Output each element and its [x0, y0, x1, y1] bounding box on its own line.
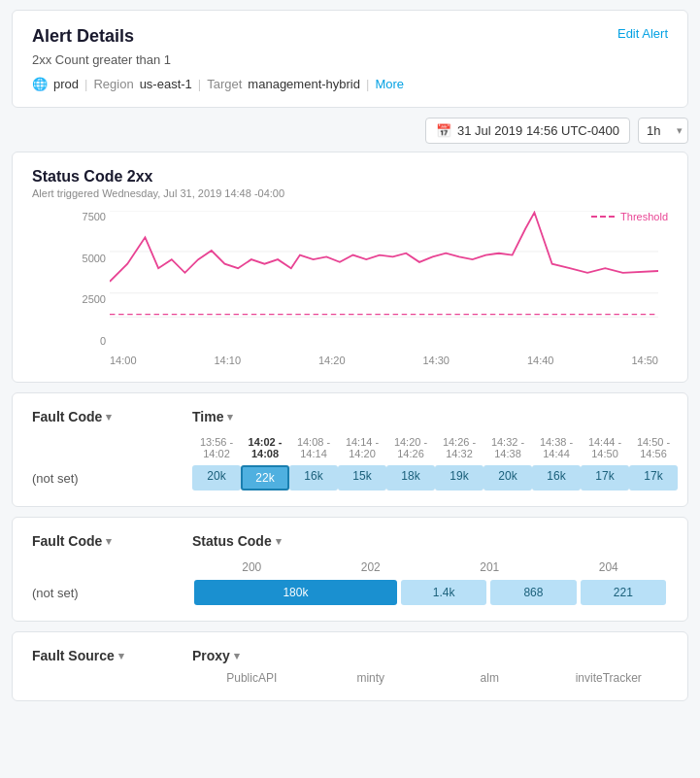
- proxy-col-publicapi: PublicAPI: [192, 671, 312, 685]
- time-col-5: 14:26 -14:32: [435, 436, 483, 459]
- proxy-col-header[interactable]: Proxy ▾: [192, 648, 668, 663]
- time-cell-6: 20k: [483, 465, 532, 490]
- fault-source-col-header[interactable]: Fault Source ▾: [32, 648, 192, 663]
- time-col-4: 14:20 -14:26: [386, 436, 435, 459]
- more-link[interactable]: More: [375, 77, 404, 91]
- time-range-wrapper: 1h 3h 6h 12h 24h: [638, 118, 688, 144]
- time-col-9: 14:50 -14:56: [629, 436, 678, 459]
- proxy-dropdown-icon: ▾: [234, 650, 240, 662]
- time-cell-8: 17k: [581, 465, 629, 490]
- row-label-not-set: (not set): [32, 471, 192, 486]
- status-col-204: 204: [550, 560, 669, 574]
- time-dropdown-icon: ▾: [227, 411, 233, 423]
- time-col-7: 14:38 -14:44: [532, 436, 581, 459]
- time-cell-1: 22k: [241, 465, 289, 490]
- chart-area: 7500 5000 2500 0 14:00 14:10: [110, 211, 658, 366]
- status-cell-201: 868: [490, 580, 576, 605]
- alert-title: Alert Details: [32, 26, 134, 47]
- time-cell-0: 20k: [192, 465, 241, 490]
- fault-code-status-table: Fault Code ▾ Status Code ▾ 200 202 201 2…: [12, 517, 688, 622]
- status-col-200: 200: [192, 560, 312, 574]
- fault-code-status-headers: Fault Code ▾ Status Code ▾: [32, 533, 668, 549]
- alert-meta: 🌐 prod | Region us-east-1 | Target manag…: [32, 77, 668, 91]
- time-col-header[interactable]: Time ▾: [192, 409, 668, 424]
- fault-code-dropdown-icon: ▾: [106, 411, 112, 423]
- edit-alert-link[interactable]: Edit Alert: [617, 26, 668, 41]
- status-column-headers: 200 202 201 204: [32, 560, 668, 574]
- time-cell-9: 17k: [629, 465, 678, 490]
- status-col-201: 201: [430, 560, 550, 574]
- time-cell-4: 18k: [386, 465, 435, 490]
- alert-subtitle: 2xx Count greater than 1: [32, 52, 668, 67]
- status-cell-200: 180k: [194, 580, 397, 605]
- proxy-col-alm: alm: [430, 671, 550, 685]
- proxy-col-minty: minty: [312, 671, 431, 685]
- date-value: 31 Jul 2019 14:56 UTC-0400: [457, 123, 619, 138]
- fault-code-time-table: Fault Code ▾ Time ▾ 13:56 -14:02 14:02 -…: [12, 392, 688, 507]
- chart-svg: [110, 211, 658, 335]
- time-col-3: 14:14 -14:20: [338, 436, 386, 459]
- region-value: us-east-1: [140, 77, 192, 91]
- calendar-icon: 📅: [436, 123, 451, 138]
- fault-code-time-row: (not set) 20k 22k 16k 15k 18k 19k 20k 16…: [32, 465, 668, 490]
- fault-code-status-row: (not set) 180k 1.4k 868 221: [32, 580, 668, 605]
- fault-source-proxy-headers: Fault Source ▾ Proxy ▾: [32, 648, 668, 663]
- status-cell-202: 1.4k: [401, 580, 486, 605]
- time-col-1: 14:02 -14:08: [241, 436, 289, 459]
- fault-code-time-headers: Fault Code ▾ Time ▾: [32, 409, 668, 424]
- status-row-label: (not set): [32, 586, 192, 600]
- time-cell-7: 16k: [532, 465, 581, 490]
- chart-card: Status Code 2xx Alert triggered Wednesda…: [12, 152, 688, 383]
- time-controls: 📅 31 Jul 2019 14:56 UTC-0400 1h 3h 6h 12…: [12, 118, 688, 144]
- fault-source-dropdown-icon: ▾: [118, 650, 124, 662]
- time-col-0: 13:56 -14:02: [192, 436, 241, 459]
- proxy-col-invitetracker: inviteTracker: [550, 671, 669, 685]
- fault-code-time-col-header[interactable]: Fault Code ▾: [32, 409, 192, 424]
- status-cell-204: 221: [581, 580, 666, 605]
- chart-subtitle: Alert triggered Wednesday, Jul 31, 2019 …: [32, 187, 668, 199]
- alert-header: Alert Details Edit Alert: [32, 26, 668, 47]
- region-label: Region: [93, 77, 133, 91]
- target-label: Target: [207, 77, 242, 91]
- time-col-2: 14:08 -14:14: [289, 436, 338, 459]
- chart-y-labels: 7500 5000 2500 0: [73, 211, 106, 347]
- date-picker[interactable]: 📅 31 Jul 2019 14:56 UTC-0400: [425, 118, 630, 144]
- status-code-dropdown-icon: ▾: [276, 535, 282, 548]
- env-value: prod: [53, 77, 79, 91]
- chart-title: Status Code 2xx: [32, 168, 668, 186]
- fault-code-status-col-header[interactable]: Fault Code ▾: [32, 533, 192, 549]
- time-column-headers: 13:56 -14:02 14:02 -14:08 14:08 -14:14 1…: [32, 436, 668, 459]
- status-code-col-header[interactable]: Status Code ▾: [192, 533, 668, 549]
- fault-source-proxy-table: Fault Source ▾ Proxy ▾ PublicAPI minty a…: [12, 631, 688, 701]
- status-data-cells: 180k 1.4k 868 221: [192, 580, 668, 605]
- time-cell-3: 15k: [338, 465, 386, 490]
- fault-code-status-dropdown-icon: ▾: [106, 535, 112, 548]
- proxy-sub-columns: PublicAPI minty alm inviteTracker: [32, 671, 668, 685]
- status-col-202: 202: [312, 560, 431, 574]
- alert-details-card: Alert Details Edit Alert 2xx Count great…: [12, 10, 688, 108]
- globe-icon: 🌐: [32, 77, 48, 91]
- time-cell-5: 19k: [435, 465, 483, 490]
- time-col-6: 14:32 -14:38: [483, 436, 532, 459]
- time-cell-2: 16k: [289, 465, 338, 490]
- target-value: management-hybrid: [248, 77, 360, 91]
- time-data-cells: 20k 22k 16k 15k 18k 19k 20k 16k 17k 17k: [192, 465, 678, 490]
- chart-x-labels: 14:00 14:10 14:20 14:30 14:40 14:50: [110, 355, 658, 366]
- time-range-select[interactable]: 1h 3h 6h 12h 24h: [638, 118, 688, 144]
- time-col-8: 14:44 -14:50: [581, 436, 629, 459]
